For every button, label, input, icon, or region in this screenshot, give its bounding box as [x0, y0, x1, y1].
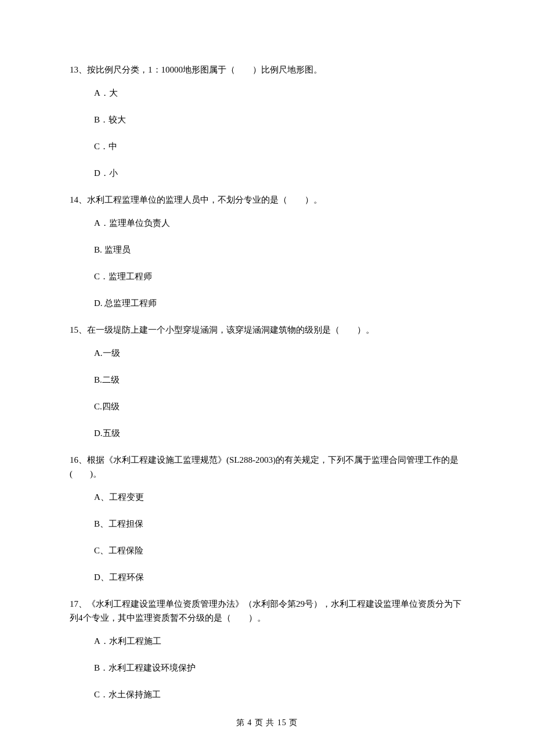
option-c: C.四级: [94, 399, 464, 413]
option-list: A.一级 B.二级 C.四级 D.五级: [70, 346, 464, 440]
question-16: 16、根据《水利工程建设施工监理规范》(SL288-2003)的有关规定，下列不…: [70, 453, 464, 584]
option-b: B．水利工程建设环境保护: [94, 661, 464, 675]
option-a: A．监理单位负责人: [94, 216, 464, 230]
question-stem: 15、在一级堤防上建一个小型穿堤涵洞，该穿堤涵洞建筑物的级别是（ ）。: [70, 323, 464, 337]
option-d: D、工程环保: [94, 570, 464, 584]
question-stem: 14、水利工程监理单位的监理人员中，不划分专业的是（ ）。: [70, 193, 464, 207]
option-list: A．大 B．较大 C．中 D．小: [70, 86, 464, 180]
page-footer: 第 4 页 共 15 页: [0, 718, 534, 728]
option-c: C．中: [94, 139, 464, 153]
option-d: D. 总监理工程师: [94, 296, 464, 310]
option-c: C．监理工程师: [94, 269, 464, 283]
option-d: D．小: [94, 166, 464, 180]
option-a: A．大: [94, 86, 464, 100]
question-15: 15、在一级堤防上建一个小型穿堤涵洞，该穿堤涵洞建筑物的级别是（ ）。 A.一级…: [70, 323, 464, 440]
option-b: B、工程担保: [94, 517, 464, 531]
page: 13、按比例尺分类，1：10000地形图属于（ ）比例尺地形图。 A．大 B．较…: [0, 0, 534, 756]
option-list: A．监理单位负责人 B. 监理员 C．监理工程师 D. 总监理工程师: [70, 216, 464, 310]
question-stem: 16、根据《水利工程建设施工监理规范》(SL288-2003)的有关规定，下列不…: [70, 453, 464, 481]
question-stem: 13、按比例尺分类，1：10000地形图属于（ ）比例尺地形图。: [70, 63, 464, 77]
question-13: 13、按比例尺分类，1：10000地形图属于（ ）比例尺地形图。 A．大 B．较…: [70, 63, 464, 180]
option-a: A、工程变更: [94, 490, 464, 504]
option-list: A．水利工程施工 B．水利工程建设环境保护 C．水土保持施工: [70, 634, 464, 701]
question-stem: 17、《水利工程建设监理单位资质管理办法》（水利部令第29号），水利工程建设监理…: [70, 597, 464, 625]
option-b: B. 监理员: [94, 243, 464, 257]
option-list: A、工程变更 B、工程担保 C、工程保险 D、工程环保: [70, 490, 464, 584]
option-d: D.五级: [94, 426, 464, 440]
question-17: 17、《水利工程建设监理单位资质管理办法》（水利部令第29号），水利工程建设监理…: [70, 597, 464, 701]
question-14: 14、水利工程监理单位的监理人员中，不划分专业的是（ ）。 A．监理单位负责人 …: [70, 193, 464, 310]
option-a: A．水利工程施工: [94, 634, 464, 648]
option-c: C、工程保险: [94, 543, 464, 557]
option-b: B.二级: [94, 373, 464, 387]
option-c: C．水土保持施工: [94, 687, 464, 701]
option-a: A.一级: [94, 346, 464, 360]
option-b: B．较大: [94, 113, 464, 127]
